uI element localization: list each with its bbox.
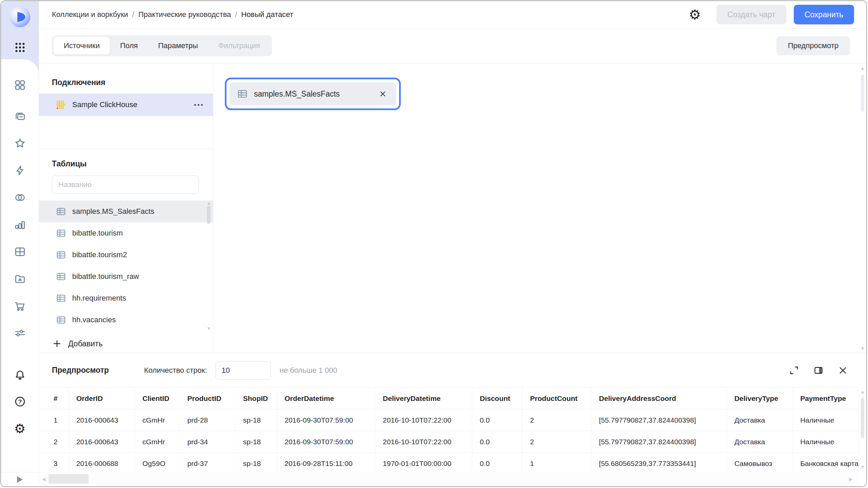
column-header: PaymentType [793, 388, 859, 409]
preview-table-row: 32016-000688Og59Oprd-37sp-182016-09-28T1… [39, 453, 866, 472]
table-icon [56, 293, 66, 303]
scroll-down-icon[interactable]: ▼ [860, 346, 865, 351]
split-view-icon[interactable] [813, 365, 824, 376]
table-icon [56, 315, 66, 325]
tables-list-scrollbar[interactable]: ▲ ▼ [206, 201, 212, 331]
table-item-hh-vacancies[interactable]: hh.vacancies [39, 309, 213, 331]
scrollbar-thumb[interactable] [861, 398, 864, 438]
services-sliders-icon[interactable] [14, 327, 26, 340]
table-search-input[interactable] [52, 176, 199, 194]
table-cell: prd-28 [180, 409, 235, 431]
tab-sources[interactable]: Источники [54, 37, 110, 55]
sidebar-expand-bar[interactable] [1, 472, 39, 486]
column-header: ProductID [180, 388, 235, 409]
connection-item-sample-clickhouse[interactable]: Sample ClickHouse [39, 94, 213, 116]
add-table-button[interactable]: Добавить [52, 333, 103, 354]
canvas-scrollbar[interactable]: ▲ ▼ [860, 66, 866, 351]
scroll-left-icon[interactable]: ◀ [42, 476, 46, 482]
table-icon [56, 206, 66, 217]
table-icon [56, 271, 66, 282]
table-item-samples-ms-salesfacts[interactable]: samples.MS_SalesFacts [39, 201, 213, 222]
preview-horizontal-scrollbar[interactable]: ◀ ▶ [39, 471, 859, 486]
table-cell: sp-18 [235, 409, 277, 431]
table-cell: Наличные [793, 409, 859, 431]
sources-canvas: samples.MS_SalesFacts ▲ ▼ [214, 64, 866, 353]
column-header: ProductCount [522, 388, 591, 409]
table-cell: [55.797790827,37.824400398] [591, 409, 727, 431]
scroll-up-icon[interactable]: ▲ [860, 66, 865, 70]
row-count-input[interactable] [215, 361, 271, 380]
marketplace-cart-icon[interactable] [14, 300, 26, 312]
selected-table-chip[interactable]: samples.MS_SalesFacts [225, 78, 401, 110]
table-item-bibattle-tourism2[interactable]: bibattle.tourism2 [39, 244, 213, 266]
scroll-right-icon[interactable]: ▶ [849, 476, 853, 482]
scrollbar-thumb[interactable] [207, 206, 211, 224]
close-preview-icon[interactable] [837, 365, 849, 376]
table-cell: prd-34 [180, 431, 235, 453]
topbar: Коллекции и воркбуки / Практические руко… [39, 1, 866, 28]
connections-icon[interactable] [14, 191, 26, 204]
column-header: DeliveryAddressCoord [591, 388, 727, 409]
connections-title: Подключения [52, 78, 105, 87]
lightning-icon[interactable] [14, 164, 26, 177]
settings-gear-icon[interactable]: ⚙ [14, 422, 26, 435]
help-icon[interactable]: ? [14, 395, 26, 408]
dashboards-icon[interactable] [14, 79, 26, 92]
preview-panel: Предпросмотр Количество строк: не больше… [39, 353, 866, 486]
table-item-bibattle-tourism-raw[interactable]: bibattle.tourism_raw [39, 266, 213, 287]
scroll-down-icon[interactable]: ▼ [206, 326, 211, 331]
scrollbar-thumb[interactable] [861, 75, 864, 112]
preview-table-wrap: #OrderIDClientIDProductIDShopIDOrderDate… [39, 387, 866, 471]
tab-filtering[interactable]: Фильтрация [208, 37, 270, 55]
preview-table-header-row: #OrderIDClientIDProductIDShopIDOrderDate… [39, 388, 866, 409]
preview-title: Предпросмотр [52, 366, 109, 375]
charts-icon[interactable] [14, 218, 26, 231]
preview-toggle-button[interactable]: Предпросмотр [776, 36, 850, 55]
table-cell: 3 [39, 453, 68, 472]
tab-fields[interactable]: Поля [110, 37, 148, 55]
storage-folder-icon[interactable] [14, 272, 26, 285]
tab-parameters[interactable]: Параметры [148, 37, 208, 55]
sources-panel: Подключения Sample ClickHouse Таблицы sa… [39, 64, 213, 353]
collections-icon[interactable] [14, 110, 26, 123]
scrollbar-thumb[interactable] [48, 474, 88, 484]
table-cell: 2 [522, 431, 591, 453]
notifications-bell-icon[interactable] [14, 369, 26, 382]
table-item-bibattle-tourism[interactable]: bibattle.tourism [39, 222, 213, 244]
preview-table-row: 12016-000643cGmHrprd-28sp-182016-09-30T0… [39, 409, 866, 431]
preview-vertical-scrollbar[interactable]: ▲ ▼ [859, 387, 866, 471]
chip-close-icon[interactable] [377, 88, 389, 100]
table-cell: 2 [522, 409, 591, 431]
table-cell: 2016-09-30T07:59:00 [277, 409, 375, 431]
table-cell: cGmHr [135, 431, 180, 453]
table-cell: Og59O [135, 453, 180, 472]
dataset-settings-gear-icon[interactable]: ⚙ [689, 8, 701, 21]
clickhouse-logo-icon [56, 100, 66, 110]
table-cell: cGmHr [135, 409, 180, 431]
apps-grid-icon[interactable] [14, 41, 26, 54]
breadcrumb-workbook[interactable]: Практические руководства [138, 10, 231, 19]
table-cell: [55.680565239,37.773353441] [591, 453, 727, 472]
datalens-logo[interactable] [9, 6, 31, 28]
scroll-down-icon[interactable]: ▼ [860, 465, 865, 469]
column-header: OrderID [68, 388, 135, 409]
create-chart-button[interactable]: Создать чарт [716, 5, 786, 24]
topbar-actions: ⚙ Создать чарт Сохранить [689, 5, 854, 24]
scroll-up-icon[interactable]: ▲ [206, 201, 211, 205]
datasets-table-icon[interactable] [14, 245, 26, 258]
save-button[interactable]: Сохранить [794, 5, 854, 24]
table-cell: 2016-09-30T07:59:00 [277, 431, 375, 453]
connection-menu-dots[interactable] [192, 102, 205, 108]
preview-actions [788, 365, 849, 376]
table-cell: [55.797790827,37.824400398] [591, 431, 727, 453]
favorites-star-icon[interactable] [14, 137, 26, 150]
breadcrumb-collections[interactable]: Коллекции и воркбуки [52, 10, 128, 19]
breadcrumb-separator: / [132, 10, 134, 19]
table-cell: Банковская карта [793, 453, 859, 472]
expand-preview-icon[interactable] [788, 365, 800, 376]
table-item-hh-requirements[interactable]: hh.requirements [39, 287, 213, 309]
table-cell: Доставка [727, 409, 792, 431]
column-header: OrderDatetime [277, 388, 375, 409]
column-header: DeliveryType [727, 388, 792, 409]
scroll-up-icon[interactable]: ▲ [860, 389, 865, 394]
